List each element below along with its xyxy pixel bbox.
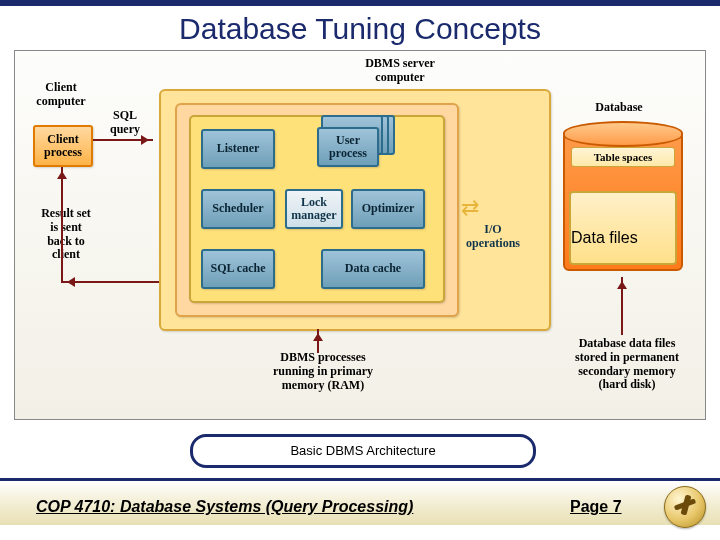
scheduler-box: Scheduler — [201, 189, 275, 229]
architecture-diagram: Clientcomputer Clientprocess SQLquery Re… — [14, 50, 706, 420]
listener-box: Listener — [201, 129, 275, 169]
database-cyl-label: Database — [579, 101, 659, 115]
user-process-box: Userprocess — [317, 127, 379, 167]
data-files-box: Data files — [569, 191, 677, 265]
dbms-server-label: DBMS servercomputer — [345, 57, 455, 85]
course-title: COP 4710: Database Systems (Query Proces… — [36, 498, 413, 516]
diagram-caption: Basic DBMS Architecture — [190, 434, 536, 468]
client-process-box: Clientprocess — [33, 125, 93, 167]
result-set-label: Result setis sentback toclient — [29, 207, 103, 262]
sql-cache-box: SQL cache — [201, 249, 275, 289]
io-arrow-icon: ⇄ — [461, 195, 476, 221]
client-computer-label: Clientcomputer — [31, 81, 91, 109]
slide: Database Tuning Concepts Clientcomputer … — [0, 0, 720, 540]
ucf-logo-icon — [664, 486, 706, 528]
arrow-result-vertical — [61, 167, 63, 283]
io-operations-label: I/Ooperations — [463, 223, 523, 251]
page-number: Page 7 — [570, 498, 622, 516]
db-files-label: Database data filesstored in permanentse… — [557, 337, 697, 392]
data-cache-box: Data cache — [321, 249, 425, 289]
arrow-db-to-label — [621, 277, 623, 335]
arrow-client-to-dbms — [93, 139, 153, 141]
arrow-result-horizontal — [63, 281, 159, 283]
slide-title: Database Tuning Concepts — [0, 12, 720, 46]
sql-query-label: SQLquery — [105, 109, 145, 137]
dbms-processes-label: DBMS processesrunning in primarymemory (… — [253, 351, 393, 392]
top-accent-bar — [0, 0, 720, 6]
database-cylinder: Table spaces Data files — [563, 121, 683, 271]
lock-manager-box: Lockmanager — [285, 189, 343, 229]
optimizer-box: Optimizer — [351, 189, 425, 229]
table-spaces-label: Table spaces — [571, 147, 675, 167]
